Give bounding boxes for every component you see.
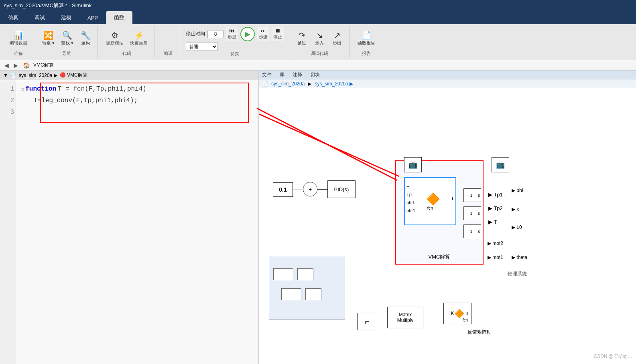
stop-icon: ⏹ — [275, 28, 280, 33]
header-lib: 库 — [280, 71, 284, 78]
pid-label: PID(s) — [334, 186, 349, 192]
compile-group-label: 编译 — [164, 51, 173, 57]
toolbar-group-code: ⚙ 更新模型 ⚡ 快速重启 代码 — [100, 26, 154, 58]
sim-canvas[interactable]: 0.1 + PID(s) 📺 — [259, 88, 636, 364]
vmc-inner-block[interactable]: F Tp phi1 phi4 T 🔶 fcn — [404, 177, 456, 225]
step-over-icon: ↷ — [299, 31, 305, 39]
goto-label: 转至 ▾ — [42, 40, 55, 46]
tf-denominator-3: s — [478, 229, 480, 234]
scope-top-left[interactable]: 📺 — [404, 157, 422, 172]
sim-mode-select[interactable]: 普通 加速 — [186, 42, 218, 51]
step-forward-button[interactable]: ⏭ 步进 — [257, 26, 269, 41]
stop-button[interactable]: ⏹ 停止 — [272, 26, 284, 41]
vmc-block-label: VMC解算 — [396, 253, 483, 261]
function-report-icon: 📄 — [362, 31, 372, 39]
sub-block-4[interactable] — [305, 288, 321, 300]
nav-forward-button[interactable]: ▶ — [12, 62, 19, 69]
tf-block-2[interactable]: 1 s — [463, 206, 481, 220]
tab-app[interactable]: APP — [79, 11, 106, 24]
phys-system-label: 物理系统 — [508, 271, 527, 277]
output-arrow-3: ▶ T — [488, 219, 497, 225]
goto-button[interactable]: 🔀 转至 ▾ — [40, 30, 57, 48]
find-button[interactable]: 🔍 查找 ▾ — [59, 30, 76, 48]
quick-restart-button[interactable]: ⚡ 快速重启 — [128, 30, 150, 48]
sim-mode-row: 普通 加速 — [186, 42, 218, 51]
header-comment: 注释 — [293, 71, 302, 78]
step-out-icon: ↗ — [334, 31, 341, 39]
code-panel-subtitle: 🔴 VMC解算 — [60, 72, 87, 79]
tab-debug[interactable]: 调试 — [26, 11, 53, 24]
diagram-panel: 文件 库 注释 切块 📄 sys_sim_2020a ▶ sys_sim_202… — [259, 71, 636, 364]
sim-time-row: 停止时间 ⏮ 步退 ▶ ⏭ 步进 ⏹ 停止 — [186, 26, 284, 41]
collapse-icon[interactable]: ▼ — [3, 73, 8, 78]
breadcrumb-vmc[interactable]: sys_sim_2020a ▶ — [315, 81, 353, 87]
update-model-label: 更新模型 — [106, 40, 124, 46]
toolbar-group-prepare: 📊 编辑数据 准备 — [3, 26, 34, 58]
keyword-function: function — [25, 83, 56, 95]
label-L0: ▶ L0 — [512, 224, 522, 230]
sub-block-2[interactable] — [297, 268, 313, 280]
code-area[interactable]: 1 2 3 ☐ function T = fcn(F,Tp,phi1,phi4)… — [0, 80, 258, 364]
toolbar-group-nav: 🔀 转至 ▾ 🔍 查找 ▾ 🔧 重构 导航 — [36, 26, 98, 58]
code-line-2-content: T=leg_conv(F,Tp,phi1,phi4); — [34, 95, 138, 107]
sub-block-3[interactable] — [281, 288, 301, 300]
function-report-button[interactable]: 📄 函数报告 — [355, 30, 378, 48]
addressbar: ◀ ▶ 🏠 VMC解算 — [0, 60, 636, 71]
breadcrumb-sep: ▶ — [308, 81, 311, 87]
sum-block[interactable]: + — [303, 182, 317, 196]
sub-block-1[interactable] — [273, 268, 293, 280]
nav-group-label: 导航 — [62, 51, 71, 57]
nav-home-button[interactable]: 🏠 — [22, 62, 31, 69]
function-report-label: 函数报告 — [358, 40, 375, 46]
sim-time-input[interactable] — [207, 30, 224, 38]
tab-model[interactable]: 建模 — [53, 11, 79, 24]
line-num-1: 1 — [2, 83, 14, 95]
code-lines[interactable]: ☐ function T = fcn(F,Tp,phi1,phi4) T=leg… — [16, 80, 258, 364]
output-arrow-1: ▶ Tp1 — [488, 192, 503, 198]
tab-function[interactable]: 函数 — [106, 11, 132, 24]
sub-diagram-block[interactable] — [269, 256, 345, 320]
nav-back-button[interactable]: ◀ — [3, 62, 10, 69]
line-num-2: 2 — [2, 95, 14, 107]
label-mot1: ▶ mot1 — [488, 255, 503, 260]
svg-line-0 — [259, 112, 399, 176]
step-over-button[interactable]: ↷ 越过 — [294, 30, 310, 48]
header-file: 文件 — [262, 71, 272, 78]
scope-top-right[interactable]: 📺 — [492, 157, 509, 172]
checkbox-icon[interactable]: ☐ — [21, 85, 24, 94]
debug-code-group-label: 调试代码 — [311, 51, 328, 57]
step-block[interactable]: ⌐ — [357, 313, 377, 330]
code-buttons: ⚙ 更新模型 ⚡ 快速重启 — [104, 26, 150, 51]
pid-block[interactable]: PID(s) — [327, 180, 356, 198]
tf-block-3[interactable]: 1 s — [463, 224, 481, 238]
vmc-input-Tp: Tp — [406, 192, 412, 197]
step-out-button[interactable]: ↗ 步出 — [329, 30, 345, 48]
breadcrumb-sys[interactable]: sys_sim_2020a — [271, 81, 305, 87]
tf-numerator-1: 1 — [465, 193, 478, 198]
edit-data-button[interactable]: 📊 编辑数据 — [7, 30, 30, 48]
stop-label: 停止 — [273, 34, 282, 40]
refactor-button[interactable]: 🔧 重构 — [77, 30, 93, 48]
step-in-label: 步入 — [315, 40, 324, 46]
run-button[interactable]: ▶ — [240, 27, 255, 41]
connector-sum-pid — [317, 189, 327, 190]
step-back-label: 步退 — [228, 34, 236, 40]
update-model-button[interactable]: ⚙ 更新模型 — [104, 30, 126, 48]
k-fcn-label: K — [451, 311, 454, 316]
step-back-button[interactable]: ⏮ 步退 — [226, 26, 238, 41]
k-fcn-block[interactable]: K L0 fcn 🔶 — [443, 303, 471, 324]
code-group-label: 代码 — [122, 51, 131, 57]
code-line-3-content — [21, 107, 25, 118]
matrix-multiply-block[interactable]: MatrixMultiply — [387, 307, 423, 328]
step-in-button[interactable]: ↘ 步入 — [311, 30, 327, 48]
sim-group-label: 仿真 — [230, 51, 239, 58]
step-over-label: 越过 — [297, 40, 306, 46]
quick-restart-icon: ⚡ — [134, 31, 144, 39]
tf-block-1[interactable]: 1 s — [463, 188, 481, 202]
constant-block[interactable]: 0.1 — [273, 182, 293, 197]
quick-restart-label: 快速重启 — [130, 40, 148, 46]
scope-icon-2: 📺 — [496, 160, 505, 169]
vmc-input-F: F — [406, 184, 409, 189]
tab-simulation[interactable]: 仿真 — [0, 11, 26, 24]
diagram-header: 文件 库 注释 切块 — [259, 71, 636, 79]
